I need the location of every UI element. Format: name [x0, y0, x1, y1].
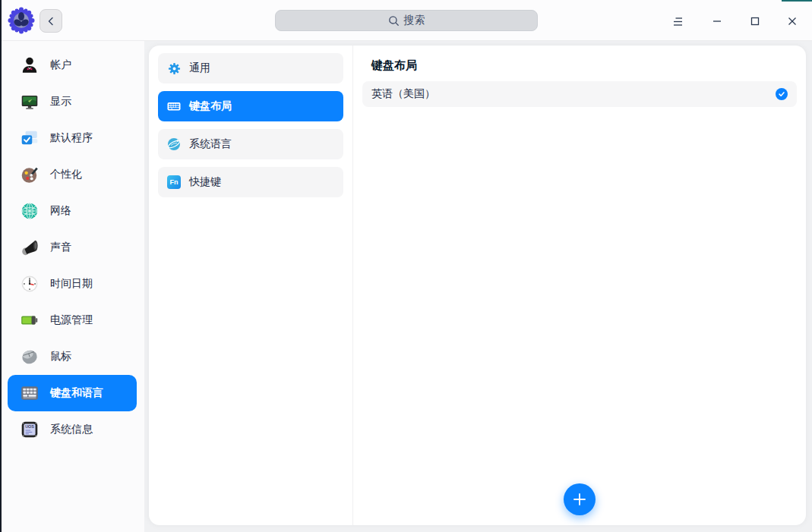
subnav-item-shortcuts[interactable]: Fn 快捷键 [158, 167, 343, 197]
network-icon [18, 200, 41, 222]
sidebar-item-label: 帐户 [50, 58, 71, 72]
sidebar-item-datetime[interactable]: 时间日期 [8, 266, 137, 302]
subnav-item-general[interactable]: 通用 [158, 53, 343, 83]
menu-icon [672, 17, 684, 27]
sidebar-item-display[interactable]: 显示 [8, 83, 137, 120]
plus-icon [572, 492, 587, 507]
sidebar-item-mouse[interactable]: 鼠标 [8, 338, 137, 375]
mouse-icon [18, 345, 41, 368]
content-card: 通用 键盘布局 系统语言 Fn 快捷键 键盘布局 英语（美国） [149, 46, 806, 525]
search-icon [388, 15, 400, 27]
keyboard-icon [18, 382, 41, 405]
layout-row-english-us[interactable]: 英语（美国） [362, 81, 797, 107]
subnav-item-keyboard-layout[interactable]: 键盘布局 [158, 91, 343, 121]
clock-icon [18, 272, 41, 295]
sidebar-item-label: 键盘和语言 [50, 386, 103, 400]
sidebar-item-label: 默认程序 [50, 131, 93, 145]
default-apps-icon [18, 127, 41, 150]
sidebar-item-default-apps[interactable]: 默认程序 [8, 120, 137, 156]
minimize-button[interactable] [706, 11, 728, 32]
search-input[interactable]: 搜索 [275, 10, 538, 31]
minimize-icon [712, 16, 722, 27]
sidebar-item-system-info[interactable]: UOS 系统信息 [8, 411, 137, 448]
system-info-icon: UOS [18, 418, 41, 441]
personalization-icon [18, 163, 41, 186]
maximize-button[interactable] [744, 11, 766, 32]
subnav-item-label: 通用 [189, 61, 210, 75]
close-button[interactable] [782, 11, 803, 32]
sidebar-item-power[interactable]: 电源管理 [8, 302, 137, 338]
sidebar-item-network[interactable]: 网络 [8, 193, 137, 229]
screen-edge-left [0, 0, 2, 532]
subnav-item-label: 快捷键 [189, 175, 221, 189]
close-icon [787, 16, 798, 27]
gear-icon [167, 61, 181, 75]
search-label: 搜索 [404, 14, 425, 27]
back-button[interactable] [39, 9, 62, 33]
selected-check-icon [776, 88, 788, 100]
sidebar-item-sound[interactable]: 声音 [8, 229, 137, 266]
titlebar: 搜索 [0, 0, 812, 41]
globe-icon [167, 137, 181, 151]
sidebar-item-keyboard-language[interactable]: 键盘和语言 [8, 375, 137, 411]
display-icon [18, 90, 41, 113]
maximize-icon [750, 16, 760, 27]
page-title: 键盘布局 [371, 58, 797, 73]
sidebar-item-personalization[interactable]: 个性化 [8, 156, 137, 193]
sidebar-item-accounts[interactable]: 帐户 [8, 47, 137, 83]
sound-icon [18, 236, 41, 259]
svg-text:UOS: UOS [25, 424, 34, 429]
sidebar-item-label: 鼠标 [50, 350, 71, 364]
control-center-logo-icon [8, 7, 35, 34]
sidebar-item-label: 显示 [50, 95, 71, 109]
sidebar-item-label: 系统信息 [50, 423, 93, 436]
sidebar-item-label: 时间日期 [50, 277, 93, 291]
sidebar-item-label: 声音 [50, 241, 71, 254]
sidebar-item-label: 电源管理 [50, 313, 93, 327]
sidebar-item-label: 网络 [50, 204, 71, 218]
window-menu-button[interactable] [668, 11, 689, 32]
subnav-item-label: 键盘布局 [189, 99, 232, 113]
add-keyboard-layout-button[interactable] [564, 483, 596, 515]
sidebar-item-label: 个性化 [50, 168, 82, 181]
keyboard-layout-icon [167, 99, 181, 113]
keyboard-layout-pane: 键盘布局 英语（美国） [353, 46, 806, 525]
subnav-item-label: 系统语言 [189, 137, 232, 151]
sidebar: 帐户 显示 默认程序 个性化 网络 声音 时间日期 [0, 41, 144, 532]
chevron-left-icon [46, 17, 55, 26]
subnav-item-system-language[interactable]: 系统语言 [158, 129, 343, 159]
fn-icon: Fn [167, 175, 181, 189]
accounts-icon [18, 54, 41, 77]
screen-edge-top-right [782, 0, 812, 2]
layout-label: 英语（美国） [371, 87, 435, 101]
battery-icon [18, 309, 41, 332]
subnav: 通用 键盘布局 系统语言 Fn 快捷键 [149, 46, 353, 525]
